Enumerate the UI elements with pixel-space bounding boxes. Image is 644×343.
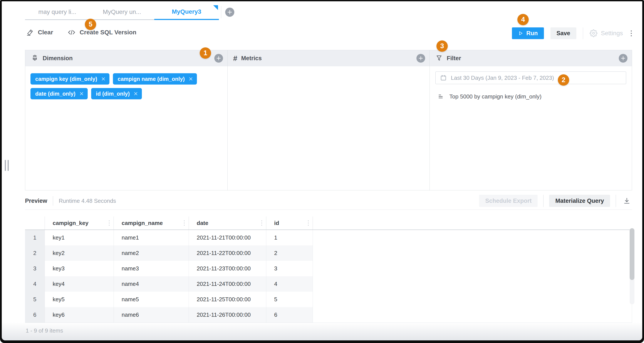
column-menu-icon[interactable] <box>108 220 110 227</box>
add-tab-button[interactable] <box>225 7 234 17</box>
gear-icon <box>590 29 598 37</box>
kebab-menu-icon[interactable] <box>630 29 633 38</box>
column-menu-icon[interactable] <box>260 220 263 227</box>
query-toolbar-left: Clear Create SQL Version <box>26 28 136 36</box>
download-button[interactable] <box>622 197 632 205</box>
pagination-items-text: 1 - 9 of 9 items <box>26 327 63 334</box>
preview-bar: Preview Runtime 4.48 Seconds Schedule Ex… <box>25 193 632 209</box>
preview-actions: Schedule Export Materialize Query <box>479 195 632 207</box>
close-icon[interactable] <box>101 76 106 81</box>
tab-query-2[interactable]: MyQuery un... <box>90 4 154 20</box>
column-header-date: date <box>189 217 266 230</box>
toolbar-divider <box>583 27 583 39</box>
row-number: 3 <box>25 261 45 276</box>
column-label: campign_name <box>122 220 163 227</box>
column-menu-icon[interactable] <box>183 220 186 227</box>
dimension-chip-date[interactable]: date (dim_only) <box>30 88 88 99</box>
save-label: Save <box>556 30 570 37</box>
table-scrollbar-track[interactable] <box>630 228 634 304</box>
dimension-panel: Dimension campign key (dim_only) <box>25 50 228 190</box>
save-button[interactable]: Save <box>550 27 576 39</box>
table-header-row: campign_key campign_name date id <box>25 217 632 230</box>
cell-date: 2021-11-21T00:00:00 <box>189 230 266 245</box>
chip-label: campign key (dim_only) <box>35 76 97 82</box>
query-tab-bar: may query li... MyQuery un... MyQuery3 <box>25 4 234 20</box>
cell-campign-name: name4 <box>114 276 189 292</box>
run-button[interactable]: Run <box>512 27 544 39</box>
cell-date: 2021-11-24T00:00:00 <box>189 276 266 292</box>
date-range-filter-input[interactable]: Last 30 Days (Jan 9, 2023 - Feb 7, 2023) <box>435 71 626 84</box>
plus-icon <box>620 56 626 61</box>
settings-button-disabled[interactable]: Settings <box>590 29 623 37</box>
tab-query-3-active[interactable]: MyQuery3 <box>154 4 219 20</box>
table-row: 3 key3 name3 2021-11-23T00:00:00 3 <box>25 261 632 276</box>
table-bottom-rule <box>25 323 632 323</box>
dimension-chip-campign-name[interactable]: campign name (dim_only) <box>113 73 197 84</box>
preview-actions-divider <box>543 195 544 207</box>
column-menu-icon[interactable] <box>307 220 310 227</box>
create-sql-version-button[interactable]: Create SQL Version <box>68 28 136 36</box>
annotation-badge-2: 2 <box>558 74 569 86</box>
query-builder-page: may query li... MyQuery un... MyQuery3 C… <box>2 1 642 341</box>
download-icon <box>623 197 631 205</box>
row-filler <box>313 261 632 276</box>
tab-label: may query li... <box>38 8 76 15</box>
add-dimension-button[interactable] <box>214 54 223 63</box>
close-icon[interactable] <box>133 91 138 96</box>
tab-query-1[interactable]: may query li... <box>25 4 90 20</box>
column-header-campign-name: campign_name <box>114 217 189 230</box>
query-toolbar-right: Run Save Settings <box>512 27 633 39</box>
table-row: 6 key6 name6 2021-11-26T00:00:00 6 <box>25 307 632 323</box>
table-row: 2 key2 name2 2021-11-22T00:00:00 2 <box>25 245 632 261</box>
cell-campign-key: key2 <box>45 245 114 261</box>
chip-label: campign name (dim_only) <box>118 76 185 82</box>
tab-bar-divider <box>221 6 221 18</box>
top-n-filter[interactable]: Top 5000 by campign key (dim_only) <box>435 93 626 100</box>
cell-campign-key: key4 <box>45 276 114 292</box>
preview-title: Preview <box>25 198 47 204</box>
annotation-badge-4: 4 <box>518 14 529 25</box>
cell-campign-key: key1 <box>45 230 114 245</box>
column-label: campign_key <box>53 220 88 227</box>
preview-table: campign_key campign_name date id 1 key1 … <box>25 217 632 323</box>
dimension-panel-title: Dimension <box>43 55 214 62</box>
row-number-header <box>25 217 45 230</box>
sidebar-resize-handle[interactable] <box>5 160 9 171</box>
top-n-icon <box>438 93 444 100</box>
cell-id: 2 <box>266 245 313 261</box>
clear-button[interactable]: Clear <box>26 28 53 36</box>
close-icon[interactable] <box>188 76 194 81</box>
close-icon[interactable] <box>79 91 84 96</box>
metrics-panel: # Metrics <box>228 50 430 190</box>
add-metric-button[interactable] <box>416 54 425 63</box>
cell-date: 2021-11-22T00:00:00 <box>189 245 266 261</box>
table-scrollbar-thumb[interactable] <box>630 228 634 280</box>
row-filler <box>313 245 632 261</box>
filter-panel-header: Filter <box>430 50 632 66</box>
materialize-query-button[interactable]: Materialize Query <box>549 195 610 207</box>
code-icon <box>68 28 76 36</box>
box-icon <box>31 54 39 62</box>
run-label: Run <box>526 30 538 37</box>
annotation-badge-5: 5 <box>85 19 96 30</box>
cell-campign-name: name1 <box>114 230 189 245</box>
settings-label: Settings <box>601 30 623 37</box>
annotation-badge-3: 3 <box>436 40 448 52</box>
row-number: 2 <box>25 245 45 261</box>
query-builder-panels: Dimension campign key (dim_only) <box>25 50 632 190</box>
metrics-panel-body <box>228 66 430 190</box>
hash-icon: # <box>233 54 237 62</box>
row-number: 4 <box>25 276 45 292</box>
dimension-chip-campign-key[interactable]: campign key (dim_only) <box>30 73 110 84</box>
add-filter-button[interactable] <box>619 54 628 63</box>
table-row: 4 key4 name4 2021-11-24T00:00:00 4 <box>25 276 632 292</box>
cell-id: 3 <box>266 261 313 276</box>
schedule-export-button-disabled[interactable]: Schedule Export <box>479 195 538 207</box>
table-row: 5 key5 name5 2021-11-25T00:00:00 5 <box>25 292 632 307</box>
dimension-chip-id[interactable]: id (dim_only) <box>91 88 142 99</box>
cell-date: 2021-11-23T00:00:00 <box>189 261 266 276</box>
cell-date: 2021-11-25T00:00:00 <box>189 292 266 307</box>
row-filler <box>313 307 632 323</box>
row-number: 6 <box>25 307 45 323</box>
cell-campign-key: key5 <box>45 292 114 307</box>
